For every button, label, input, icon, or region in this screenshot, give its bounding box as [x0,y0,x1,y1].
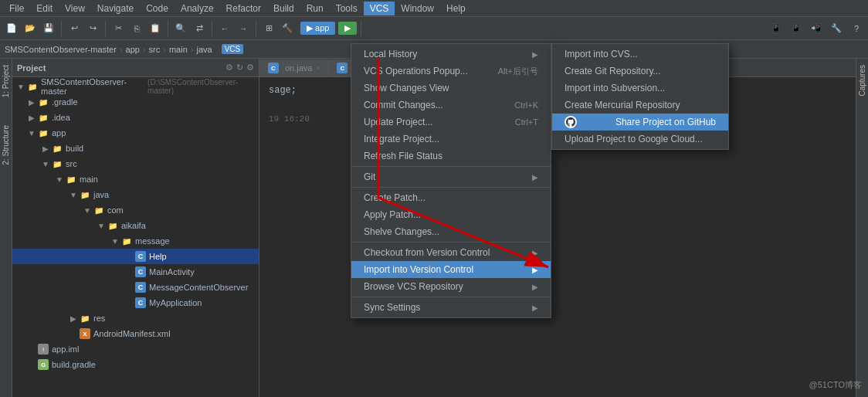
breadcrumb-main[interactable]: main [169,45,188,54]
tree-manifest[interactable]: X AndroidManifest.xml [12,326,259,341]
tree-res[interactable]: ▶ 📁 res [12,310,259,326]
menu-sync-settings[interactable]: Sync Settings ▶ [351,299,551,316]
editor-code-line1: sage; [269,85,297,96]
tab-structure[interactable]: 2: Structure [0,119,12,171]
toolbar-sdk[interactable]: 🔧 [828,20,845,37]
panel-settings-icon[interactable]: ⚙ [225,63,233,73]
root-label: SMSContentObserver-master [41,77,144,96]
folder-app-icon: 📁 [37,127,49,139]
tree-help[interactable]: C Help [12,249,259,264]
menu-run[interactable]: Run [300,2,330,15]
sep-4 [351,297,551,297]
tab-java-icon-2: C [336,62,348,74]
tree-aikaifa[interactable]: ▼ 📁 aikaifa [12,218,259,233]
sep4: › [191,45,194,54]
arrow-main: ▼ [54,175,65,184]
breadcrumb-root[interactable]: SMSContentObserver-master [5,45,117,54]
menu-analyze[interactable]: Analyze [175,2,220,15]
tree-build[interactable]: ▶ 📁 build [12,141,259,156]
toolbar-search[interactable]: 🔍 [172,20,189,37]
sync-settings-label: Sync Settings [364,302,420,313]
run-button[interactable]: ▶ [338,22,357,35]
breadcrumb-app[interactable]: app [126,45,140,54]
java-main-icon: C [134,266,147,278]
tab-on-java[interactable]: C on.java × [259,59,328,76]
toolbar-paste[interactable]: 📋 [147,20,164,37]
toolbar-forward[interactable]: → [235,20,252,37]
tree-root[interactable]: ▼ 📁 SMSContentObserver-master (D:\SMSCon… [12,79,259,94]
toolbar-replace[interactable]: ⇄ [191,20,208,37]
res-label: res [93,314,105,323]
arrow-res: ▶ [68,314,79,323]
tree-myapp[interactable]: C MyApplication [12,295,259,310]
toolbar-back[interactable]: ← [216,20,233,37]
folder-build-icon: 📁 [51,142,63,154]
toolbar-open[interactable]: 📂 [22,20,39,37]
watermark: @51CTO博客 [809,379,862,391]
panel-gear-icon[interactable]: ⚙ [246,63,254,73]
menu-refactor[interactable]: Refactor [220,2,267,15]
toolbar-redo[interactable]: ↪ [84,20,101,37]
toolbar-new[interactable]: 📄 [3,20,20,37]
toolbar-sep-1 [61,21,62,36]
folder-com-icon: 📁 [93,204,105,216]
app-selector[interactable]: ▶ app [300,22,335,35]
tree-idea[interactable]: ▶ 📁 .idea [12,110,259,125]
toolbar-avd[interactable]: 📲 [808,20,825,37]
menu-help[interactable]: Help [440,2,472,15]
vcs-badge: VCS [222,44,244,54]
toolbar-cut[interactable]: ✂ [110,20,127,37]
arrow-java: ▼ [68,191,79,199]
tree-java[interactable]: ▼ 📁 java [12,187,259,202]
sep1: › [120,45,123,54]
toolbar-copy[interactable]: ⎘ [128,20,145,37]
menu-view[interactable]: View [59,2,91,15]
tree-src[interactable]: ▼ 📁 src [12,156,259,171]
toolbar-device2[interactable]: 📱 [788,20,805,37]
com-label: com [107,205,124,215]
sep2: › [143,45,146,54]
panel-icons: ⚙ ↻ ⚙ [225,63,254,73]
tree-mco[interactable]: C MessageContentObserver [12,280,259,295]
toolbar-build[interactable]: 🔨 [279,20,296,37]
main-label: main [80,175,98,184]
arrow-build: ▶ [40,144,51,153]
myapp-label: MyApplication [149,298,202,307]
menu-tools[interactable]: Tools [330,2,364,15]
xml-manifest-icon: X [79,327,91,340]
tab-project[interactable]: 1: Project [0,59,12,103]
aikaifa-label: aikaifa [121,221,146,230]
tree-gradle-hidden[interactable]: ▶ 📁 .gradle [12,94,259,110]
panel-header: Project ⚙ ↻ ⚙ [12,59,259,77]
tab-captures[interactable]: Captures [856,59,868,103]
breadcrumb-src[interactable]: src [149,45,161,54]
toolbar-help[interactable]: ? [848,20,865,37]
breadcrumb-java[interactable]: java [196,45,212,54]
panel-sync-icon[interactable]: ↻ [236,63,243,73]
tree-app[interactable]: ▼ 📁 app [12,125,259,141]
menu-code[interactable]: Code [140,2,175,15]
tree-mainactivity[interactable]: C MainActivity [12,264,259,280]
toolbar-device1[interactable]: 📱 [768,20,785,37]
tree-main[interactable]: ▼ 📁 main [12,171,259,187]
menu-vcs[interactable]: VCS [364,2,395,15]
tree-appiml[interactable]: I app.iml [12,341,259,357]
menu-navigate[interactable]: Navigate [91,2,140,15]
toolbar-sep-4 [212,21,212,36]
tab1-close[interactable]: × [315,64,320,73]
tree-com[interactable]: ▼ 📁 com [12,202,259,218]
tree-message[interactable]: ▼ 📁 message [12,233,259,249]
folder-src-icon: 📁 [51,158,63,170]
toolbar-save[interactable]: 💾 [40,20,57,37]
arrow-gradle-hidden: ▶ [26,98,37,107]
tree-buildgradle[interactable]: G build.gradle [12,357,259,372]
menu-window[interactable]: Window [395,2,440,15]
folder-aikaifa-icon: 📁 [107,219,119,232]
arrow-root: ▼ [15,83,26,91]
menu-file[interactable]: File [3,2,30,15]
menu-build[interactable]: Build [267,2,300,15]
menu-edit[interactable]: Edit [30,2,59,15]
gradle-icon: G [37,358,49,371]
toolbar-structure[interactable]: ⊞ [260,20,277,37]
toolbar-undo[interactable]: ↩ [66,20,83,37]
